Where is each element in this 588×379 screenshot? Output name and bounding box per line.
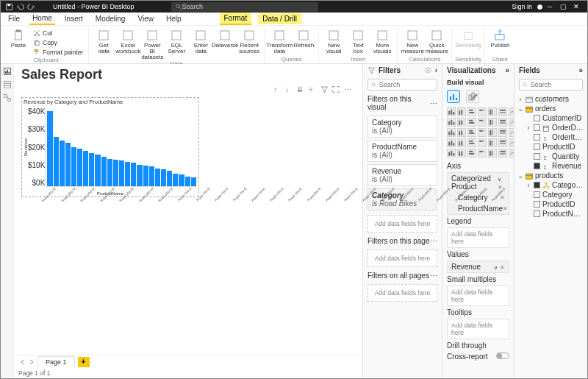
viz-type-icon[interactable] [498, 118, 507, 127]
tooltips-well[interactable]: Add data fields here [447, 319, 509, 339]
bar[interactable] [191, 177, 196, 186]
hierarchy-icon[interactable]: ⑂ [309, 85, 317, 93]
field-node[interactable]: ⌄orders [517, 104, 584, 113]
format-painter-button[interactable]: Format painter [31, 47, 85, 57]
field-node[interactable]: ProductID [517, 142, 584, 152]
filters-search[interactable] [368, 79, 437, 91]
viz-type-icon[interactable] [478, 118, 487, 127]
viz-type-icon[interactable] [498, 138, 507, 147]
cross-report-toggle[interactable] [496, 353, 509, 359]
menu-insert[interactable]: Insert [62, 13, 86, 24]
bar[interactable] [161, 169, 166, 186]
checkbox[interactable] [534, 144, 540, 150]
bar[interactable] [143, 166, 148, 186]
bar[interactable] [89, 153, 94, 186]
viz-type-icon[interactable] [509, 138, 514, 147]
viz-type-icon[interactable] [478, 107, 487, 116]
viz-type-icon[interactable] [488, 107, 497, 116]
viz-type-icon[interactable] [478, 149, 487, 157]
fields-search[interactable] [519, 79, 583, 91]
report-canvas[interactable]: ↑ ↓ ⇊ ⑂ ⛶ ⋯ Revenue by Category and Prod… [21, 85, 355, 355]
field-node[interactable]: ⌄products [517, 171, 584, 180]
field-node[interactable]: ΣOrderItemID [517, 132, 584, 142]
focus-icon[interactable]: ⛶ [332, 85, 340, 93]
bar[interactable] [179, 174, 184, 186]
bar[interactable] [60, 141, 65, 186]
model-view-icon[interactable] [3, 93, 12, 102]
menu-modeling[interactable]: Modeling [93, 13, 129, 24]
format-tab-icon[interactable] [466, 90, 479, 103]
bar[interactable] [173, 174, 178, 186]
tab-page1[interactable]: Page 1 [37, 356, 75, 367]
viz-type-icon[interactable] [447, 107, 456, 116]
prev-page-icon[interactable] [20, 359, 26, 365]
data-view-icon[interactable] [3, 80, 12, 89]
viz-type-icon[interactable] [457, 149, 466, 157]
refresh-button[interactable]: Refresh [292, 27, 315, 49]
more-icon[interactable]: ⋯ [430, 272, 437, 280]
excel-workbook-button[interactable]: Excelworkbook [116, 27, 140, 54]
filter-card[interactable]: Revenueis (All) [368, 164, 437, 186]
publish-button[interactable]: Publish [488, 27, 512, 49]
close-button[interactable]: ✕ [570, 3, 583, 10]
power-bi-datasets-button[interactable]: PowerBI datasets [140, 27, 164, 60]
field-node[interactable]: CustomerID [517, 113, 584, 123]
eye-icon[interactable] [424, 66, 432, 74]
menu-view[interactable]: View [135, 13, 157, 24]
field-node[interactable]: ProductID [517, 199, 584, 209]
bar[interactable] [47, 111, 52, 186]
sql-server-button[interactable]: SQLServer [165, 27, 188, 54]
field-node[interactable]: ›customers [517, 94, 584, 104]
collapse-viz-icon[interactable]: » [505, 66, 509, 74]
checkbox[interactable] [534, 124, 540, 131]
viz-type-icon[interactable] [498, 149, 507, 157]
bar[interactable] [101, 157, 107, 186]
paste-button[interactable]: Paste [7, 27, 30, 49]
all-filter-drop[interactable]: Add data fields here [368, 284, 437, 302]
report-view-icon[interactable] [3, 67, 12, 76]
filter-icon[interactable] [320, 85, 329, 93]
bar[interactable] [107, 159, 112, 186]
small-multiples-well[interactable]: Add data fields here [447, 286, 509, 306]
bar-chart-visual[interactable]: Revenue by Category and ProductName Reve… [21, 97, 199, 197]
menu-help[interactable]: Help [163, 13, 184, 24]
bar[interactable] [137, 165, 142, 186]
field-node[interactable]: ΣRevenue [517, 161, 584, 171]
menu-home[interactable]: Home [29, 13, 55, 25]
viz-type-icon[interactable] [467, 128, 476, 137]
redo-icon[interactable] [27, 3, 35, 11]
bar[interactable] [71, 147, 76, 187]
more-icon[interactable]: ⋯ [430, 237, 437, 245]
remove-icon[interactable]: ✕ [503, 205, 508, 212]
cut-button[interactable]: Cut [31, 28, 85, 38]
field-node[interactable]: ›Categorized Pro... [517, 180, 584, 190]
bar[interactable] [119, 160, 124, 186]
viz-type-icon[interactable] [467, 149, 476, 157]
viz-type-icon[interactable] [447, 118, 456, 127]
bar[interactable] [65, 143, 71, 186]
viz-type-icon[interactable] [457, 128, 466, 137]
checkbox[interactable] [534, 163, 540, 169]
bar[interactable] [125, 162, 130, 186]
maximize-button[interactable]: ▢ [556, 3, 570, 10]
sign-in-link[interactable]: Sign in [512, 3, 532, 10]
drill-down-icon[interactable]: ↓ [285, 85, 293, 93]
user-icon[interactable] [537, 4, 543, 10]
checkbox[interactable] [534, 201, 540, 208]
bar[interactable] [149, 166, 154, 186]
field-node[interactable]: ›OrderDate [517, 123, 584, 132]
visual-filter-drop[interactable]: Add data fields here [368, 215, 437, 233]
filter-card[interactable]: Categoryis (All) [368, 116, 437, 138]
viz-type-icon[interactable] [467, 107, 476, 116]
menu-file[interactable]: File [5, 13, 23, 24]
checkbox[interactable] [534, 182, 540, 188]
viz-type-icon[interactable] [488, 149, 497, 157]
enter-data-button[interactable]: Enterdata [189, 27, 212, 54]
bar[interactable] [77, 149, 82, 186]
bar[interactable] [54, 137, 59, 186]
copy-button[interactable]: Copy [31, 38, 85, 47]
more-icon[interactable]: ⋯ [344, 85, 352, 93]
checkbox[interactable] [534, 115, 540, 121]
page-filter-drop[interactable]: Add data fields here [368, 249, 437, 267]
bar[interactable] [113, 160, 118, 186]
